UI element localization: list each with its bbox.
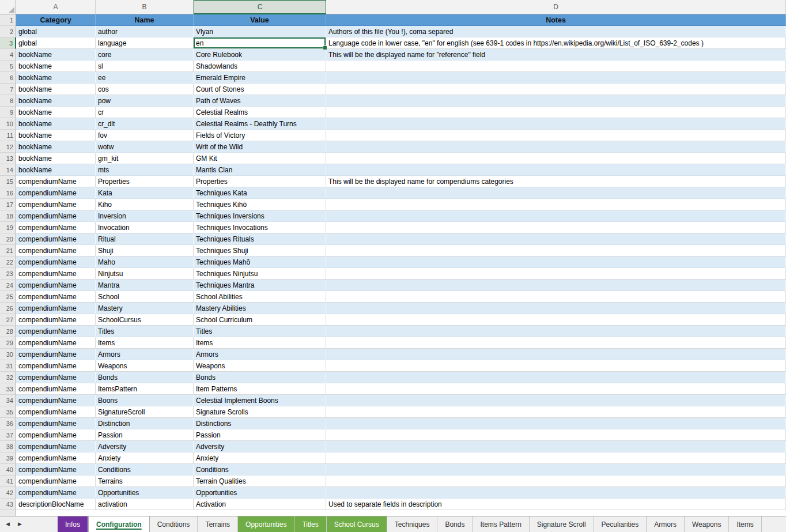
cell-notes[interactable] bbox=[326, 349, 786, 360]
cell-notes[interactable] bbox=[326, 153, 786, 164]
cell-value[interactable]: Techniques Rituals bbox=[194, 233, 326, 245]
cell-category[interactable]: compendiumName bbox=[16, 268, 96, 280]
cell-name[interactable]: Items bbox=[96, 337, 194, 349]
cell-name[interactable]: Bonds bbox=[96, 372, 194, 383]
cell-name[interactable]: SchoolCursus bbox=[96, 314, 194, 326]
cell-name[interactable]: Terrains bbox=[96, 476, 194, 487]
column-header-b[interactable]: B bbox=[96, 0, 194, 14]
cell-value[interactable]: Techniques Shuji bbox=[194, 245, 326, 256]
sheet-tab-items[interactable]: Items bbox=[729, 516, 761, 532]
cell-notes[interactable] bbox=[326, 487, 786, 499]
cell-category[interactable]: compendiumName bbox=[16, 406, 96, 418]
cell-category[interactable]: bookName bbox=[16, 61, 96, 72]
cell-name[interactable]: author bbox=[96, 26, 194, 37]
cell-name[interactable]: Properties bbox=[96, 176, 194, 187]
row-number[interactable]: 27 bbox=[0, 314, 16, 326]
cell-name[interactable]: core bbox=[96, 49, 194, 61]
cell-notes[interactable] bbox=[326, 233, 786, 245]
cell-notes[interactable] bbox=[326, 383, 786, 395]
row-number[interactable]: 40 bbox=[0, 464, 16, 476]
cell-value[interactable]: Activation bbox=[194, 499, 326, 510]
cell-value[interactable]: Mastery Abilities bbox=[194, 303, 326, 314]
cell-notes[interactable] bbox=[326, 395, 786, 406]
cell-notes[interactable] bbox=[326, 441, 786, 452]
cell-notes[interactable] bbox=[326, 130, 786, 141]
cell-notes[interactable] bbox=[326, 464, 786, 476]
cell-value[interactable]: Path of Waves bbox=[194, 95, 326, 107]
row-number[interactable]: 11 bbox=[0, 130, 16, 141]
cell-category[interactable]: compendiumName bbox=[16, 291, 96, 303]
cell-name[interactable]: Maho bbox=[96, 256, 194, 268]
cell-category[interactable]: bookName bbox=[16, 130, 96, 141]
prev-sheet-button[interactable]: ◀ bbox=[6, 522, 10, 527]
cell-notes[interactable] bbox=[326, 418, 786, 429]
cell-category[interactable]: bookName bbox=[16, 72, 96, 84]
sheet-tab-titles[interactable]: Titles bbox=[294, 516, 326, 532]
cell-name[interactable]: School bbox=[96, 291, 194, 303]
cell-category[interactable]: compendiumName bbox=[16, 326, 96, 337]
cell-category[interactable]: compendiumName bbox=[16, 429, 96, 441]
row-number[interactable]: 30 bbox=[0, 349, 16, 360]
cell-category[interactable]: bookName bbox=[16, 118, 96, 130]
next-sheet-button[interactable]: ▶ bbox=[18, 522, 22, 527]
sheet-tab-weapons[interactable]: Weapons bbox=[685, 516, 729, 532]
cell-category[interactable]: descriptionBlocName bbox=[16, 499, 96, 510]
cell-category[interactable]: compendiumName bbox=[16, 199, 96, 210]
cell-value[interactable]: School Abilities bbox=[194, 291, 326, 303]
sheet-tab-infos[interactable]: Infos bbox=[58, 516, 88, 532]
sheet-tab-techniques[interactable]: Techniques bbox=[387, 516, 438, 532]
cell-notes[interactable] bbox=[326, 199, 786, 210]
cell-category[interactable]: bookName bbox=[16, 164, 96, 176]
header-cell-category[interactable]: Category bbox=[16, 14, 96, 26]
sheet-tab-school-cursus[interactable]: School Cursus bbox=[327, 516, 387, 532]
cell-category[interactable]: bookName bbox=[16, 153, 96, 164]
cell-name[interactable]: Adversity bbox=[96, 441, 194, 452]
cell-name[interactable]: Invocation bbox=[96, 222, 194, 233]
cell-notes[interactable] bbox=[326, 314, 786, 326]
cell-name[interactable]: cos bbox=[96, 84, 194, 95]
sheet-tab-peculiarities[interactable]: Peculiarities bbox=[594, 516, 647, 532]
cell-name[interactable]: cr_dlt bbox=[96, 118, 194, 130]
cell-value[interactable]: School Curriculum bbox=[194, 314, 326, 326]
row-number[interactable]: 26 bbox=[0, 303, 16, 314]
cell-value[interactable]: GM Kit bbox=[194, 153, 326, 164]
column-header-a[interactable]: A bbox=[16, 0, 96, 14]
cell-category[interactable]: compendiumName bbox=[16, 383, 96, 395]
cell-value[interactable]: Techniques Ninjutsu bbox=[194, 268, 326, 280]
cell-value[interactable]: Vlyan bbox=[194, 26, 326, 37]
cell-notes[interactable] bbox=[326, 406, 786, 418]
cell-value[interactable]: Mantis Clan bbox=[194, 164, 326, 176]
sheet-tab-terrains[interactable]: Terrains bbox=[198, 516, 238, 532]
cell-value[interactable]: Techniques Kata bbox=[194, 187, 326, 199]
row-number[interactable]: 34 bbox=[0, 395, 16, 406]
cell-name[interactable]: Mastery bbox=[96, 303, 194, 314]
cell-notes[interactable] bbox=[326, 452, 786, 464]
cell-category[interactable]: compendiumName bbox=[16, 441, 96, 452]
cell-value[interactable]: Fields of Victory bbox=[194, 130, 326, 141]
cell-category[interactable]: compendiumName bbox=[16, 176, 96, 187]
sheet-tab-signature-scroll[interactable]: Signature Scroll bbox=[530, 516, 594, 532]
cell-notes[interactable] bbox=[326, 72, 786, 84]
cell-category[interactable]: bookName bbox=[16, 95, 96, 107]
cell-category[interactable]: compendiumName bbox=[16, 395, 96, 406]
cell-notes[interactable] bbox=[326, 84, 786, 95]
cell-notes[interactable] bbox=[326, 429, 786, 441]
cell-value[interactable]: Terrain Qualities bbox=[194, 476, 326, 487]
column-header-d[interactable]: D bbox=[326, 0, 786, 14]
cell-name[interactable]: Opportunities bbox=[96, 487, 194, 499]
cell-name[interactable]: activation bbox=[96, 499, 194, 510]
cell-value[interactable]: Titles bbox=[194, 326, 326, 337]
cell-notes[interactable] bbox=[326, 360, 786, 372]
cell-notes[interactable] bbox=[326, 303, 786, 314]
cell-notes[interactable] bbox=[326, 291, 786, 303]
cell-category[interactable]: bookName bbox=[16, 107, 96, 118]
row-number[interactable]: 20 bbox=[0, 233, 16, 245]
cell-notes[interactable] bbox=[326, 337, 786, 349]
cell-notes[interactable] bbox=[326, 372, 786, 383]
row-number[interactable]: 4 bbox=[0, 49, 16, 61]
cell-name[interactable]: Kata bbox=[96, 187, 194, 199]
cell-name[interactable]: sl bbox=[96, 61, 194, 72]
row-number[interactable]: 24 bbox=[0, 280, 16, 291]
sheet-tab-bonds[interactable]: Bonds bbox=[437, 516, 473, 532]
cell-category[interactable]: global bbox=[16, 37, 96, 49]
